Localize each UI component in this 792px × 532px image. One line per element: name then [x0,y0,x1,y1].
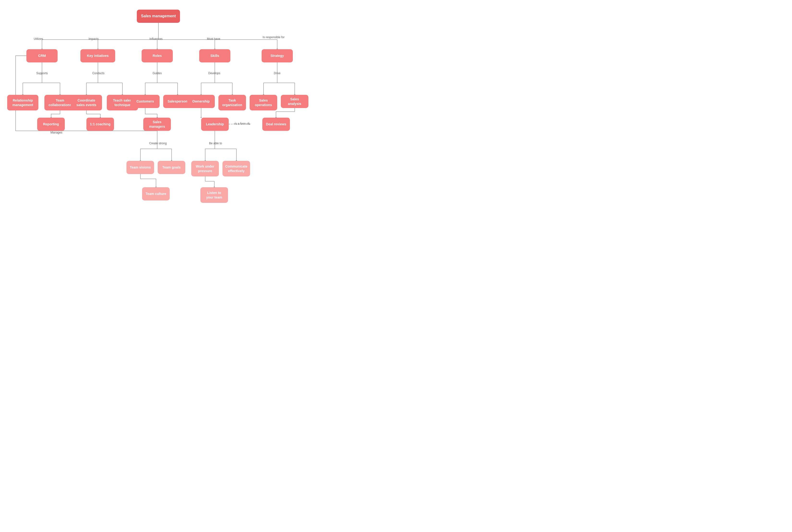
node-deal-reviews-label: Deal reviews [266,122,286,126]
label-influences: Influences [147,37,166,41]
svg-marker-49 [200,117,202,118]
label-drive: Drive [270,72,284,75]
node-task-org-label: Task organization [221,98,243,107]
node-reporting: Reporting [37,118,65,131]
node-work-pressure: Work under pressure [191,161,219,176]
node-rel-mgmt: Relationship management [7,95,38,110]
label-manages: Manages [48,131,65,134]
node-coord-sales-label: Coordinate sales events [74,98,99,107]
node-team-goals-label: Team goals [162,165,181,170]
node-sales-analysis: Sales analysis [281,95,308,108]
label-supports: Supports [34,72,51,75]
node-team-culture: Team culture [142,187,170,201]
node-crm: CRM [26,49,58,62]
node-coaching-label: 1:1 coaching [90,122,111,126]
label-must-have: Must have [204,37,223,41]
node-communicate: Communicate effectively [223,161,250,176]
node-team-collab-label: Team collaborations [47,98,73,107]
node-ownership-label: Ownership [192,99,210,103]
label-impacts: Impacts [84,37,103,41]
node-team-culture-label: Team culture [146,192,166,196]
node-rel-mgmt-label: Relationship management [10,98,36,107]
node-key-initiatives: Key intiatives [80,49,115,62]
node-ownership: Ownership [187,95,215,108]
node-work-pressure-label: Work under pressure [194,164,216,173]
node-team-visions: Team visions [127,161,154,174]
diagram-container: Sales management Utilizes Impacts Influe… [0,0,317,216]
node-skills: Skills [199,49,230,62]
node-communicate-label: Communicate effectively [225,164,248,173]
node-reporting-label: Reporting [43,122,59,126]
node-key-initiatives-label: Key intiatives [87,54,109,58]
node-leadership-label: Leadership [206,122,224,126]
label-develops: Develops [206,72,223,75]
node-deal-reviews: Deal reviews [262,118,290,131]
node-sales-ops-label: Sales operations [252,98,274,107]
node-listen-team-label: Listen to your team [203,191,225,199]
node-coord-sales: Coordinate sales events [71,95,102,110]
node-skills-label: Skills [211,54,219,58]
node-team-visions-label: Team visions [130,165,151,170]
node-leadership: Leadership [201,118,229,131]
node-coaching: 1:1 coaching [86,118,114,131]
node-customers-label: Customers [136,99,154,103]
node-customers: Customers [131,95,160,108]
node-crm-label: CRM [38,54,46,58]
node-strategy-label: Strategy [270,54,284,58]
node-team-goals: Team goals [158,161,185,174]
label-is-resp: Is responsible for [260,36,287,39]
node-root-label: Sales management [141,14,176,19]
node-sales-ops: Sales operations [250,95,277,110]
label-conducts: Conducts [90,72,107,75]
node-listen-team: Listen to your team [200,187,228,203]
node-sales-managers-label: Sales managers [146,120,168,129]
node-roles: Roles [141,49,173,62]
node-strategy: Strategy [262,49,293,62]
label-be-able-to: Be able to [206,141,225,145]
node-task-org: Task organization [218,95,246,110]
label-guides: Guides [150,72,165,75]
label-create-strong: Create strong [148,141,168,145]
node-salesperson-label: Salesperson [168,99,188,103]
node-root: Sales management [137,10,180,23]
label-is-form-of: -is a form of- [230,122,254,125]
node-sales-managers: Sales managers [143,118,171,131]
node-roles-label: Roles [153,54,162,58]
node-sales-analysis-label: Sales analysis [284,97,306,106]
label-utilizes: Utilizes [29,37,48,41]
